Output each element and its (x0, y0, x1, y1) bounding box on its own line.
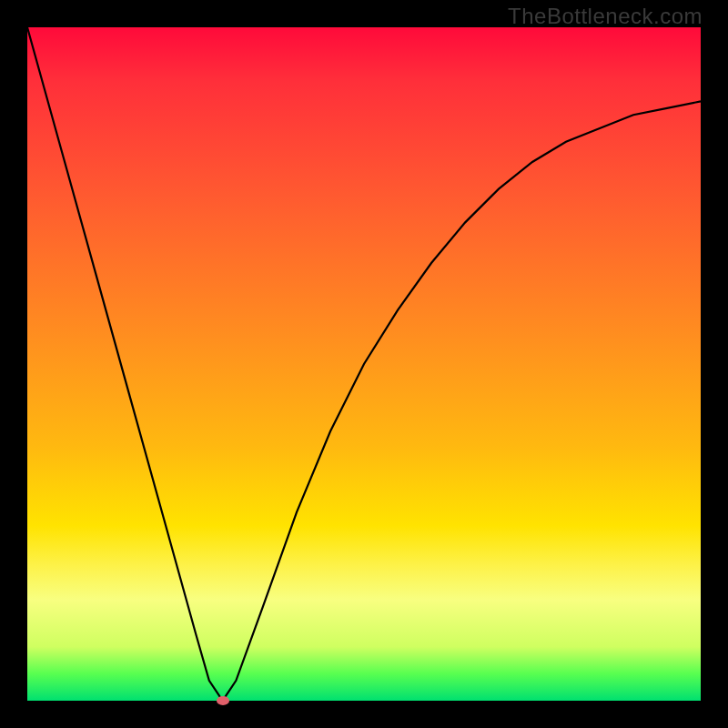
plot-area (27, 27, 701, 701)
curve-svg (27, 27, 701, 701)
minimum-marker (217, 696, 229, 705)
chart-frame: TheBottleneck.com (0, 0, 728, 728)
watermark-text: TheBottleneck.com (508, 4, 703, 29)
bottleneck-curve-path (27, 27, 701, 701)
